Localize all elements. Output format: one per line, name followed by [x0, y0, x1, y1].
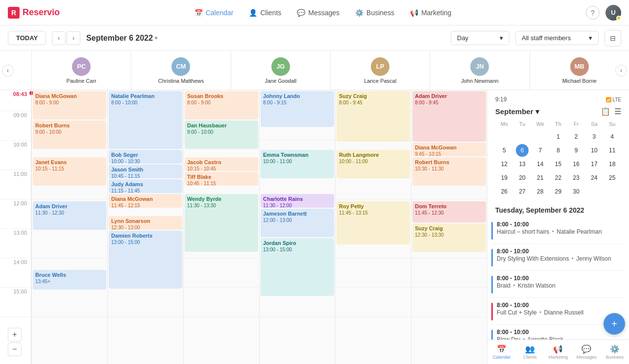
rp-bottom-calendar[interactable]: 📅 Calendar	[487, 344, 516, 360]
appt-emma-col3[interactable]: Emma Townsman 10:00 - 11:00	[261, 150, 334, 178]
rp-bottom-marketing[interactable]: 📢 Marketing	[544, 344, 573, 360]
mini-cal-day[interactable]	[606, 185, 619, 198]
mini-cal-day-9[interactable]: 9	[570, 144, 582, 157]
mini-cal-day-18[interactable]: 18	[606, 158, 619, 170]
mini-cal-day-17[interactable]: 17	[588, 158, 601, 170]
current-date-display[interactable]: September 6 2022 ▾	[86, 34, 157, 43]
rp-bottom-clients[interactable]: 👥 Clients	[516, 344, 544, 360]
mini-cal-day-2[interactable]: 2	[570, 130, 582, 143]
mini-cal-day-25[interactable]: 25	[606, 171, 619, 184]
next-date-button[interactable]: ›	[67, 31, 80, 45]
mini-cal-day-20[interactable]: 20	[516, 171, 529, 184]
staff-col-5[interactable]: MB Michael Borne	[530, 51, 629, 90]
user-avatar-wrapper[interactable]: U	[605, 5, 621, 21]
mini-cal-day-21[interactable]: 21	[534, 171, 547, 184]
mini-cal-day-30[interactable]: 30	[570, 185, 582, 198]
mini-cal-day[interactable]	[516, 130, 529, 143]
mini-cal-day-16[interactable]: 16	[570, 158, 582, 170]
appt-robert-burns-col0[interactable]: Robert Burns 9:00 - 10:00	[33, 121, 106, 149]
mini-cal-day-3[interactable]: 3	[588, 130, 601, 143]
rp-bottom-messages[interactable]: 💬 Messages	[572, 344, 601, 360]
appt-bruce-wells-col0[interactable]: Bruce Wells 13:45+	[33, 270, 106, 290]
rp-month-title[interactable]: September ▾	[495, 107, 539, 116]
appt-dan-col2[interactable]: Dan Hausbauer 9:00 - 10:00	[185, 121, 258, 149]
appt-diana-col1[interactable]: Diana McGowan 11:45 - 12:15	[109, 194, 182, 208]
rp-event-1[interactable]: 8:00 - 10:00 Dry Styling With Extensions…	[491, 244, 625, 271]
mini-cal-day-15[interactable]: 15	[552, 158, 564, 170]
appt-jacob-col2[interactable]: Jacob Castro 10:15 - 10:45	[185, 157, 258, 171]
appt-diana2-col5[interactable]: Diana McGowan 9:45 - 10:15	[412, 143, 486, 156]
mini-cal-day-4[interactable]: 4	[606, 130, 619, 143]
mini-cal-day-8[interactable]: 8	[552, 144, 564, 157]
appt-tiff-col2[interactable]: Tiff Blake 10:45 - 11:15	[185, 172, 258, 186]
mini-cal-day-29[interactable]: 29	[552, 185, 564, 198]
mini-cal-day-27[interactable]: 27	[516, 185, 529, 198]
mini-cal-day[interactable]	[498, 130, 510, 143]
mini-cal-day-1[interactable]: 1	[552, 130, 564, 143]
appt-adam-driver-col0[interactable]: Adam Driver 11:30 - 12:30	[33, 201, 106, 230]
staff-col-0[interactable]: PC Pauline Carr	[31, 51, 131, 90]
appt-charlotte-col3[interactable]: Charlotte Rains 11:30 - 12:00	[261, 194, 334, 208]
appt-judy-col1[interactable]: Judy Adams 11:15 - 11:45	[109, 179, 182, 193]
mini-cal-day-5[interactable]: 5	[498, 144, 510, 157]
nav-business[interactable]: ⚙️ Business	[348, 6, 401, 20]
zoom-out-button[interactable]: −	[8, 342, 22, 356]
nav-messages[interactable]: 💬 Messages	[290, 6, 346, 20]
staff-scroll-right[interactable]: ›	[615, 65, 627, 76]
appt-suzy2-col5[interactable]: Suzy Craig 12:30 - 13:30	[412, 223, 486, 252]
staff-filter[interactable]: All staff members ▾	[515, 31, 599, 45]
view-selector[interactable]: Day ▾	[451, 31, 509, 45]
appt-diana-mcgowan-col0[interactable]: Diana McGowan 8:00 - 9:00	[33, 91, 106, 120]
filter-button[interactable]: ⊟	[605, 30, 621, 47]
appt-lynn-col1[interactable]: Lynn Sonarson 12:30 - 13:00	[109, 216, 182, 230]
rp-event-0[interactable]: 8:00 - 10:00 Haircut – short hairs • Nat…	[491, 217, 625, 244]
zoom-in-button[interactable]: +	[8, 328, 22, 341]
appt-bob-col1[interactable]: Bob Seger 10:00 - 10:30	[109, 150, 182, 164]
nav-calendar[interactable]: 📅 Calendar	[188, 6, 241, 20]
mini-cal-day-13[interactable]: 13	[516, 158, 529, 170]
mini-cal-day-19[interactable]: 19	[498, 171, 510, 184]
appt-janet-evans-col0[interactable]: Janet Evans 10:15 - 11:15	[33, 157, 106, 186]
mini-cal-day[interactable]	[534, 130, 547, 143]
mini-cal-day-10[interactable]: 10	[588, 144, 601, 157]
nav-clients[interactable]: 👤 Clients	[242, 6, 288, 20]
staff-col-4[interactable]: JN John Newmann	[430, 51, 529, 90]
mini-cal-day-14[interactable]: 14	[534, 158, 547, 170]
appt-jameson-col3[interactable]: Jameson Barnett 12:00 - 13:00	[261, 209, 334, 237]
appt-damien-col1[interactable]: Damien Roberts 13:00 - 15:00	[109, 231, 182, 289]
rp-event-2[interactable]: 8:00 - 10:00 Braid • Kristin Watson	[491, 271, 625, 298]
appt-roy-col4[interactable]: Roy Petty 11:45 - 13:15	[337, 201, 410, 244]
appt-suzy-col4[interactable]: Suzy Craig 8:00 - 9:45	[337, 91, 410, 142]
appt-susan-col2[interactable]: Susan Brooks 8:00 - 9:00	[185, 91, 258, 120]
mini-cal-day-28[interactable]: 28	[534, 185, 547, 198]
staff-col-3[interactable]: LP Lance Pascal	[330, 51, 430, 90]
staff-col-1[interactable]: CM Christina Matthews	[131, 51, 230, 90]
rp-bottom-business[interactable]: ⚙️ Business	[601, 344, 629, 360]
mini-cal-day[interactable]	[588, 185, 601, 198]
rp-add-event-icon[interactable]: 📋	[601, 107, 610, 116]
mini-cal-day-6[interactable]: 6	[516, 144, 529, 157]
nav-marketing[interactable]: 📢 Marketing	[403, 6, 458, 20]
appt-jordan-col3[interactable]: Jordan Spiro 13:00 - 15:00	[261, 238, 334, 296]
staff-col-2[interactable]: JG Jane Goodall	[231, 51, 330, 90]
appt-ruth-col4[interactable]: Ruth Langmore 10:00 - 11:00	[337, 150, 410, 178]
mini-cal-day-26[interactable]: 26	[498, 185, 510, 198]
prev-date-button[interactable]: ‹	[52, 31, 66, 45]
mini-cal-day-12[interactable]: 12	[498, 158, 510, 170]
mini-cal-day-11[interactable]: 11	[606, 144, 619, 157]
appt-robert2-col5[interactable]: Robert Burns 10:30 - 11:30	[412, 157, 486, 186]
appt-johnny-col3[interactable]: Johnny Lando 8:00 - 9:15	[261, 91, 334, 127]
appt-adam-col5[interactable]: Adam Driver 8:00 - 9:45	[412, 91, 486, 142]
mini-cal-day-22[interactable]: 22	[552, 171, 564, 184]
appt-wendy-col2[interactable]: Wendy Byrde 11:30 - 13:30	[185, 194, 258, 252]
mini-cal-day-24[interactable]: 24	[588, 171, 601, 184]
rp-filter-icon[interactable]: ☰	[614, 107, 621, 116]
help-button[interactable]: ?	[586, 6, 600, 20]
mini-cal-day-7[interactable]: 7	[534, 144, 547, 157]
appt-dom-col5[interactable]: Dom Terreto 11:45 - 12:30	[412, 201, 486, 222]
today-button[interactable]: TODAY	[8, 31, 46, 45]
mini-cal-day-23[interactable]: 23	[570, 171, 582, 184]
appt-jason-col1[interactable]: Jason Smith 10:45 - 11:15	[109, 165, 182, 178]
logo[interactable]: R Reservio	[8, 7, 60, 19]
appt-natalie-col1[interactable]: Natalie Pearlman 8:00 - 10:00	[109, 91, 182, 149]
